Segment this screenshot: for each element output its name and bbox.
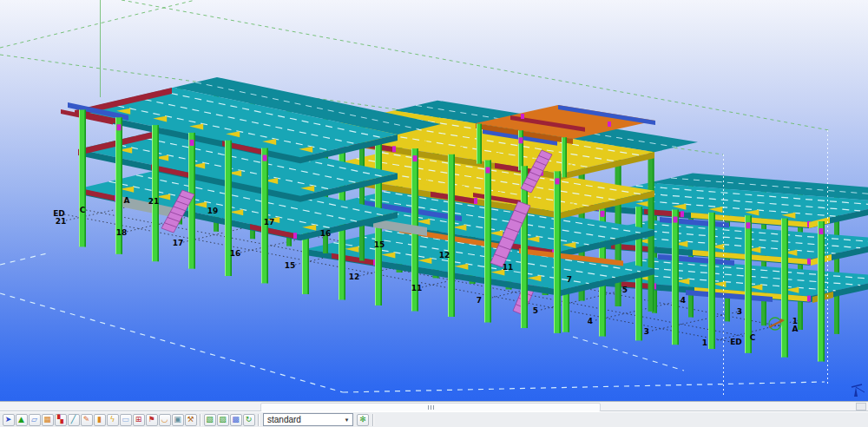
bottom-toolbar: ➤▲▱▦▚╱✎▮ϟ▭⊞⚑◡▣⚒▧▨▩↻ standard ▼ ✻ [0,411,868,427]
application-window: ED21CA18171615121175431EDC21191716151211… [0,0,868,427]
fit-view-icon[interactable]: ▧ [204,414,216,426]
grid-label-5: 5 [533,307,538,315]
contour-plate-icon[interactable]: ▭ [120,414,132,426]
grid-label-c: C [750,334,756,342]
combobox-value: standard [264,415,341,424]
grid-label-19: 19 [207,207,219,215]
grid-label-4: 4 [681,297,686,305]
grid-label-17: 17 [173,240,184,247]
grid-label-16: 16 [320,230,332,238]
component-flag-icon[interactable]: ⚑ [146,414,158,426]
chevron-down-icon[interactable]: ▼ [341,417,352,423]
render-options-icon[interactable]: ✻ [357,414,369,426]
rendering-preset-combobox[interactable]: standard ▼ [263,413,353,426]
scrollbar-corner[interactable] [856,403,866,411]
create-weld-icon[interactable]: ϟ [107,414,119,426]
solid-box-icon[interactable]: ▣ [172,414,184,426]
weld-symbol-icon[interactable]: ◡ [159,414,171,426]
grid-label-4: 4 [588,318,593,325]
grid-label-c: C [80,207,86,214]
tools-hammer-icon[interactable]: ⚒ [185,414,197,426]
pan-view-icon[interactable]: ▩ [230,414,242,426]
grid-label-12: 12 [439,252,450,259]
toolbar-icons: ➤▲▱▦▚╱✎▮ϟ▭⊞⚑◡▣⚒▧▨▩↻ [2,414,261,426]
grid-label-21: 21 [56,218,67,226]
grid-label-a: A [792,325,799,333]
bolt-group-icon[interactable]: ⊞ [133,414,145,426]
grid-label-21: 21 [148,198,160,206]
model-viewport[interactable]: ED21CA18171615121175431EDC21191716151211… [0,0,868,401]
grid-label-1: 1 [702,339,707,347]
create-polybeam-icon[interactable]: ✎ [81,414,93,426]
grid-label-7: 7 [477,297,482,305]
create-point-icon[interactable]: ▲ [16,414,28,426]
view-orientation-symbol [854,387,858,397]
grid-label-3: 3 [737,308,742,316]
create-grid-icon[interactable]: ▦ [42,414,54,426]
grid-label-15: 15 [374,241,385,249]
rotate-view-icon[interactable]: ↻ [243,414,255,426]
grid-label-7: 7 [567,276,572,284]
grid-label-11: 11 [411,285,423,292]
grid-label-11: 11 [503,264,514,272]
create-column-icon[interactable]: ▮ [94,414,106,426]
grid-label-3: 3 [644,328,649,336]
select-arrow-icon[interactable]: ➤ [3,414,15,426]
grid-label-a: A [124,197,130,205]
grid-label-15: 15 [285,262,296,270]
grid-label-18: 18 [116,229,128,237]
grid-label-ed: ED [730,338,742,346]
point-array-icon[interactable]: ▚ [55,414,67,426]
grid-label-17: 17 [264,219,275,227]
grid-label-16: 16 [230,250,241,258]
grid-label-5: 5 [622,286,628,294]
grid-label-12: 12 [349,273,360,281]
zoom-area-icon[interactable]: ▨ [217,414,229,426]
horizontal-scrollbar[interactable] [0,401,868,411]
toolbar-options: ✻ [353,414,370,426]
model-view-icon[interactable]: ▱ [29,414,41,426]
create-beam-icon[interactable]: ╱ [68,414,80,426]
